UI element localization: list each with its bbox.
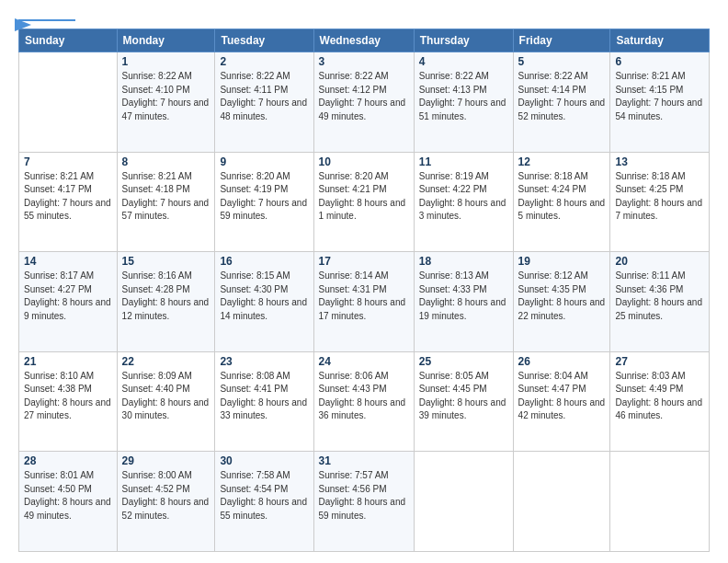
calendar-cell: 2Sunrise: 8:22 AMSunset: 4:11 PMDaylight…	[215, 52, 313, 153]
calendar-cell: 1Sunrise: 8:22 AMSunset: 4:10 PMDaylight…	[117, 52, 215, 153]
calendar-cell	[414, 452, 513, 552]
calendar-week-3: 14Sunrise: 8:17 AMSunset: 4:27 PMDayligh…	[19, 252, 710, 352]
day-number: 31	[319, 454, 409, 467]
day-number: 25	[419, 355, 508, 368]
day-number: 8	[122, 155, 210, 168]
day-number: 9	[220, 155, 308, 168]
day-header-thursday: Thursday	[414, 29, 513, 52]
calendar-cell: 19Sunrise: 8:12 AMSunset: 4:35 PMDayligh…	[513, 252, 610, 352]
day-number: 27	[615, 355, 704, 368]
day-number: 12	[518, 155, 606, 168]
calendar-cell: 29Sunrise: 8:00 AMSunset: 4:52 PMDayligh…	[117, 452, 215, 552]
calendar-cell: 6Sunrise: 8:21 AMSunset: 4:15 PMDaylight…	[610, 52, 710, 153]
day-number: 21	[24, 355, 112, 368]
logo-arrow-icon	[15, 18, 31, 31]
calendar-cell: 23Sunrise: 8:08 AMSunset: 4:41 PMDayligh…	[215, 351, 313, 452]
calendar-table: SundayMondayTuesdayWednesdayThursdayFrid…	[18, 29, 710, 552]
calendar-week-4: 21Sunrise: 8:10 AMSunset: 4:38 PMDayligh…	[19, 351, 710, 452]
calendar-cell: 16Sunrise: 8:15 AMSunset: 4:30 PMDayligh…	[215, 252, 313, 352]
day-number: 10	[319, 155, 409, 168]
day-info: Sunrise: 8:00 AMSunset: 4:52 PMDaylight:…	[122, 469, 210, 523]
page: SundayMondayTuesdayWednesdayThursdayFrid…	[0, 0, 728, 563]
day-header-wednesday: Wednesday	[313, 29, 414, 52]
day-info: Sunrise: 8:20 AMSunset: 4:19 PMDaylight:…	[220, 170, 308, 224]
calendar-cell: 20Sunrise: 8:11 AMSunset: 4:36 PMDayligh…	[610, 252, 710, 352]
day-number: 5	[518, 55, 606, 68]
calendar-cell: 15Sunrise: 8:16 AMSunset: 4:28 PMDayligh…	[117, 252, 215, 352]
calendar-week-2: 7Sunrise: 8:21 AMSunset: 4:17 PMDaylight…	[19, 152, 710, 252]
day-info: Sunrise: 8:22 AMSunset: 4:11 PMDaylight:…	[220, 70, 308, 123]
day-info: Sunrise: 8:17 AMSunset: 4:27 PMDaylight:…	[24, 270, 112, 323]
day-info: Sunrise: 8:21 AMSunset: 4:17 PMDaylight:…	[24, 170, 112, 224]
day-header-monday: Monday	[117, 29, 215, 52]
day-number: 7	[24, 155, 112, 168]
day-info: Sunrise: 8:14 AMSunset: 4:31 PMDaylight:…	[319, 270, 409, 323]
day-info: Sunrise: 8:03 AMSunset: 4:49 PMDaylight:…	[615, 370, 704, 423]
day-header-sunday: Sunday	[19, 29, 118, 52]
day-number: 29	[122, 454, 210, 467]
day-info: Sunrise: 8:18 AMSunset: 4:25 PMDaylight:…	[615, 170, 704, 224]
day-number: 22	[122, 355, 210, 368]
calendar-cell: 24Sunrise: 8:06 AMSunset: 4:43 PMDayligh…	[313, 351, 414, 452]
day-number: 11	[419, 155, 508, 168]
day-number: 20	[615, 255, 704, 268]
day-info: Sunrise: 8:21 AMSunset: 4:18 PMDaylight:…	[122, 170, 210, 224]
calendar-week-5: 28Sunrise: 8:01 AMSunset: 4:50 PMDayligh…	[19, 452, 710, 552]
day-info: Sunrise: 8:20 AMSunset: 4:21 PMDaylight:…	[319, 170, 409, 224]
day-number: 2	[220, 55, 308, 68]
day-info: Sunrise: 8:05 AMSunset: 4:45 PMDaylight:…	[419, 370, 508, 423]
day-info: Sunrise: 8:06 AMSunset: 4:43 PMDaylight:…	[319, 370, 409, 423]
day-number: 15	[122, 255, 210, 268]
calendar-cell	[610, 452, 710, 552]
day-number: 26	[518, 355, 606, 368]
day-info: Sunrise: 8:15 AMSunset: 4:30 PMDaylight:…	[220, 270, 308, 323]
calendar-cell: 5Sunrise: 8:22 AMSunset: 4:14 PMDaylight…	[513, 52, 610, 153]
calendar-cell: 3Sunrise: 8:22 AMSunset: 4:12 PMDaylight…	[313, 52, 414, 153]
calendar-cell: 26Sunrise: 8:04 AMSunset: 4:47 PMDayligh…	[513, 351, 610, 452]
day-header-tuesday: Tuesday	[215, 29, 313, 52]
calendar-cell: 31Sunrise: 7:57 AMSunset: 4:56 PMDayligh…	[313, 452, 414, 552]
calendar-cell: 28Sunrise: 8:01 AMSunset: 4:50 PMDayligh…	[19, 452, 118, 552]
day-number: 17	[319, 255, 409, 268]
calendar-cell: 13Sunrise: 8:18 AMSunset: 4:25 PMDayligh…	[610, 152, 710, 252]
calendar-cell	[513, 452, 610, 552]
day-number: 30	[220, 454, 308, 467]
day-info: Sunrise: 8:10 AMSunset: 4:38 PMDaylight:…	[24, 370, 112, 423]
header	[18, 17, 710, 21]
day-info: Sunrise: 8:12 AMSunset: 4:35 PMDaylight:…	[518, 270, 606, 323]
day-number: 18	[419, 255, 508, 268]
calendar-cell: 8Sunrise: 8:21 AMSunset: 4:18 PMDaylight…	[117, 152, 215, 252]
day-info: Sunrise: 8:01 AMSunset: 4:50 PMDaylight:…	[24, 469, 112, 523]
day-info: Sunrise: 7:57 AMSunset: 4:56 PMDaylight:…	[319, 469, 409, 523]
day-number: 19	[518, 255, 606, 268]
calendar-cell: 10Sunrise: 8:20 AMSunset: 4:21 PMDayligh…	[313, 152, 414, 252]
logo	[18, 17, 75, 21]
calendar-cell: 7Sunrise: 8:21 AMSunset: 4:17 PMDaylight…	[19, 152, 118, 252]
day-number: 14	[24, 255, 112, 268]
calendar-cell: 27Sunrise: 8:03 AMSunset: 4:49 PMDayligh…	[610, 351, 710, 452]
calendar-cell: 30Sunrise: 7:58 AMSunset: 4:54 PMDayligh…	[215, 452, 313, 552]
day-number: 4	[419, 55, 508, 68]
calendar-week-1: 1Sunrise: 8:22 AMSunset: 4:10 PMDaylight…	[19, 52, 710, 153]
calendar-cell: 25Sunrise: 8:05 AMSunset: 4:45 PMDayligh…	[414, 351, 513, 452]
day-header-friday: Friday	[513, 29, 610, 52]
day-info: Sunrise: 8:11 AMSunset: 4:36 PMDaylight:…	[615, 270, 704, 323]
day-info: Sunrise: 8:13 AMSunset: 4:33 PMDaylight:…	[419, 270, 508, 323]
day-number: 16	[220, 255, 308, 268]
day-number: 24	[319, 355, 409, 368]
day-number: 3	[319, 55, 409, 68]
day-info: Sunrise: 8:22 AMSunset: 4:14 PMDaylight:…	[518, 70, 606, 123]
day-number: 6	[615, 55, 704, 68]
day-number: 1	[122, 55, 210, 68]
day-info: Sunrise: 8:16 AMSunset: 4:28 PMDaylight:…	[122, 270, 210, 323]
calendar-cell: 22Sunrise: 8:09 AMSunset: 4:40 PMDayligh…	[117, 351, 215, 452]
day-info: Sunrise: 8:21 AMSunset: 4:15 PMDaylight:…	[615, 70, 704, 123]
calendar-cell: 17Sunrise: 8:14 AMSunset: 4:31 PMDayligh…	[313, 252, 414, 352]
day-info: Sunrise: 8:04 AMSunset: 4:47 PMDaylight:…	[518, 370, 606, 423]
day-info: Sunrise: 7:58 AMSunset: 4:54 PMDaylight:…	[220, 469, 308, 523]
day-info: Sunrise: 8:22 AMSunset: 4:12 PMDaylight:…	[319, 70, 409, 123]
day-info: Sunrise: 8:09 AMSunset: 4:40 PMDaylight:…	[122, 370, 210, 423]
day-number: 23	[220, 355, 308, 368]
day-info: Sunrise: 8:22 AMSunset: 4:13 PMDaylight:…	[419, 70, 508, 123]
day-info: Sunrise: 8:22 AMSunset: 4:10 PMDaylight:…	[122, 70, 210, 123]
